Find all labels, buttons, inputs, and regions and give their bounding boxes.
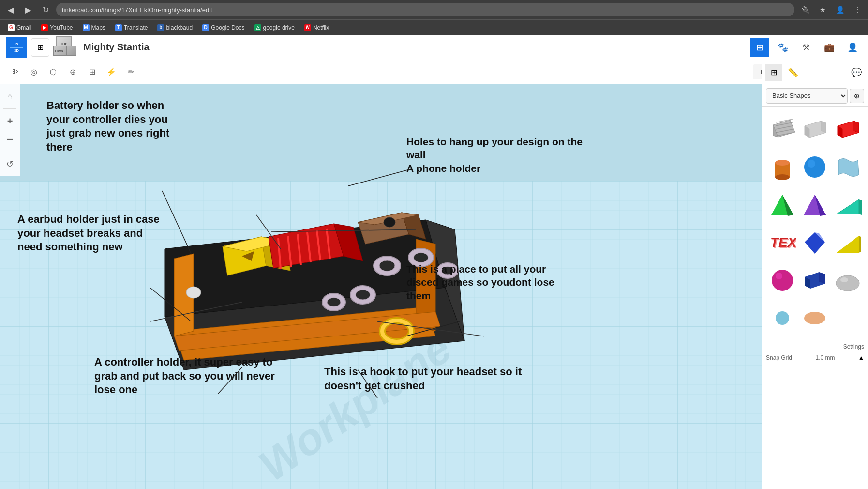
svg-point-27	[384, 217, 395, 227]
svg-point-68	[775, 174, 790, 180]
svg-marker-75	[837, 199, 859, 214]
toolbar-row: 👁 ◎ ⬡ ⊕ ⊞ ⚡ ✏ Import Export Send To	[0, 60, 868, 84]
forward-button[interactable]: ▶	[21, 3, 35, 16]
project-title: Mighty Stantia	[83, 42, 150, 53]
svg-marker-62	[821, 121, 826, 133]
shape-red-box[interactable]	[833, 112, 862, 146]
shapes-expand-button[interactable]: ⊕	[850, 89, 864, 103]
browser-chrome: ◀ ▶ ↻ tinkercad.com/things/17XuFEklOrn-m…	[0, 0, 868, 35]
svg-point-37	[327, 298, 341, 306]
projects-button[interactable]: 💼	[820, 38, 839, 57]
shapes-grid: TEXT TEXT	[762, 107, 868, 341]
bookmark-translate-label: Translate	[124, 24, 148, 31]
flip-button[interactable]: ⚡	[103, 63, 120, 81]
copy-paste-button[interactable]: ⊞	[31, 38, 49, 57]
notes-button[interactable]: ✏	[122, 63, 139, 81]
shape-yellow-wedge[interactable]	[833, 226, 862, 260]
snap-value: 1.0 mm	[816, 354, 835, 361]
ruler-icon-button[interactable]: 📏	[784, 64, 802, 81]
align-button[interactable]: ⊞	[83, 63, 101, 81]
shape-teal-wedge[interactable]	[833, 188, 862, 222]
app-header: IN 3D ⊞ TOP FRONT Mighty Stantia ⊞ 🐾 ⚒ 💼…	[0, 35, 868, 60]
nav-cube-header[interactable]: TOP FRONT	[53, 36, 75, 59]
canvas-area[interactable]: Workplane	[0, 84, 762, 489]
shape-sphere[interactable]	[801, 150, 830, 184]
bookmarks-bar: G Gmail ▶ YouTube M Maps T Translate b b…	[0, 19, 868, 35]
shape-purple-pyramid[interactable]	[801, 188, 830, 222]
bookmark-gmail-label: Gmail	[16, 24, 31, 31]
svg-marker-87	[819, 272, 825, 284]
zoom-in-button[interactable]: +	[2, 113, 18, 129]
camera-button[interactable]: 👁	[6, 63, 23, 81]
url-text: tinkercad.com/things/17XuFEklOrn-mighty-…	[62, 6, 212, 14]
svg-point-35	[356, 290, 370, 300]
zoom-out-button[interactable]: −	[2, 131, 18, 148]
extensions-button[interactable]: 🔌	[798, 3, 812, 16]
scene-svg	[145, 152, 484, 375]
shape-hatched-box[interactable]	[768, 112, 797, 146]
gallery-button[interactable]: 🐾	[773, 38, 793, 57]
svg-point-29	[379, 260, 395, 271]
settings-label: Settings	[843, 343, 864, 350]
bookmark-netflix-label: Netflix	[313, 24, 329, 31]
shape-3d-text[interactable]: TEXT TEXT	[768, 226, 797, 260]
shapes-dropdown[interactable]: Basic Shapes	[766, 88, 848, 104]
bookmark-gmail[interactable]: G Gmail	[4, 23, 35, 32]
shape-blue-cube[interactable]	[801, 263, 830, 297]
shape-gray-box[interactable]	[801, 112, 830, 146]
bookmark-maps-label: Maps	[91, 24, 105, 31]
shape-outline-button[interactable]: ⬡	[45, 63, 62, 81]
left-panel: ⌂ + − ↺	[0, 84, 20, 176]
bookmark-youtube[interactable]: ▶ YouTube	[37, 23, 76, 32]
shapes-top-bar: ⊞ 📏 💬	[762, 60, 868, 85]
snap-label: Snap Grid	[766, 354, 792, 361]
undo-button[interactable]: ↺	[2, 156, 18, 172]
settings-bar: Settings	[762, 341, 868, 352]
home-view-button[interactable]: ⌂	[2, 88, 18, 105]
bookmark-gdrive-label: google drive	[263, 24, 295, 31]
svg-point-69	[804, 156, 825, 178]
shape-magenta-sphere[interactable]	[768, 263, 797, 297]
right-panel: ⊞ 📏 💬 Basic Shapes ⊕	[762, 60, 868, 489]
shape-green-pyramid[interactable]	[768, 188, 797, 222]
shape-cylinder[interactable]	[768, 150, 797, 184]
tools-button[interactable]: ⚒	[796, 38, 816, 57]
svg-point-38	[186, 287, 201, 298]
chat-icon-button[interactable]: 💬	[848, 64, 865, 81]
user-button[interactable]: 👤	[843, 38, 862, 57]
3d-scene	[145, 152, 484, 375]
header-right: ⊞ 🐾 ⚒ 💼 👤	[750, 38, 862, 57]
profile-button[interactable]: 👤	[833, 3, 847, 16]
svg-point-83	[772, 270, 793, 291]
bookmark-blackbaud-label: blackbaud	[166, 24, 193, 31]
shapes-header: Basic Shapes ⊕	[762, 85, 868, 107]
shape-wavy[interactable]	[833, 150, 862, 184]
menu-button[interactable]: ⋮	[851, 3, 864, 16]
light-button[interactable]: ◎	[25, 63, 43, 81]
svg-marker-81	[837, 236, 859, 253]
bookmark-maps[interactable]: M Maps	[79, 23, 109, 32]
grid-icon-button[interactable]: ⊞	[765, 64, 782, 81]
svg-point-90	[840, 277, 848, 282]
mirror-button[interactable]: ⊕	[64, 63, 81, 81]
grid-view-button[interactable]: ⊞	[750, 38, 769, 57]
bookmark-youtube-label: YouTube	[50, 24, 73, 31]
shape-blue-gem[interactable]	[801, 226, 830, 260]
snap-adjust-button[interactable]: ▲	[858, 354, 864, 361]
shape-extra-1[interactable]	[768, 301, 797, 335]
bookmark-button[interactable]: ★	[816, 3, 829, 16]
svg-text:TEXT: TEXT	[771, 236, 796, 251]
svg-point-92	[804, 312, 825, 324]
bookmark-translate[interactable]: T Translate	[111, 23, 152, 32]
bookmark-gdrive[interactable]: △ google drive	[251, 23, 299, 32]
bookmark-netflix[interactable]: N Netflix	[300, 23, 333, 32]
shape-silver-ellipsoid[interactable]	[833, 263, 862, 297]
address-bar[interactable]: tinkercad.com/things/17XuFEklOrn-mighty-…	[56, 3, 794, 16]
bookmark-blackbaud[interactable]: b blackbaud	[153, 23, 196, 32]
svg-point-67	[775, 160, 790, 166]
back-button[interactable]: ◀	[4, 3, 17, 16]
bookmark-gdocs[interactable]: D Google Docs	[198, 23, 248, 32]
shape-extra-2[interactable]	[801, 301, 830, 335]
panel-divider	[3, 108, 16, 109]
refresh-button[interactable]: ↻	[39, 3, 52, 16]
